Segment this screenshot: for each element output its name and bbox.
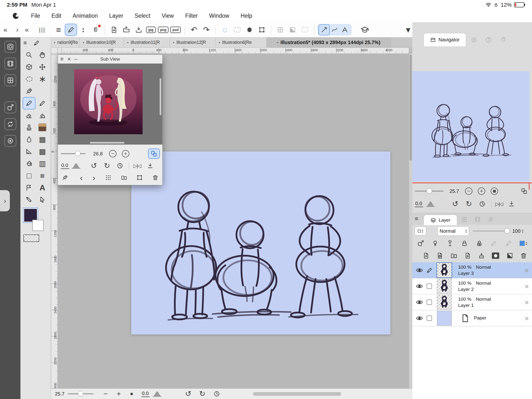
- menu-item-file[interactable]: File: [31, 13, 40, 19]
- layer-select-checkbox[interactable]: [427, 316, 432, 321]
- document-tab[interactable]: ●Illustration6[Re: [216, 37, 267, 48]
- layer-drag-handle[interactable]: ≡: [525, 315, 529, 322]
- sub-view-hscroll[interactable]: [90, 142, 124, 144]
- zoom-out-icon[interactable]: −: [103, 390, 108, 398]
- tool-pen-selected[interactable]: [23, 98, 35, 109]
- panel-tab-magnet-icon[interactable]: [500, 36, 507, 43]
- document-tab-active[interactable]: ●Illustration5* (4093 x 2894px 144dpi 25…: [267, 37, 391, 48]
- export-psd-button[interactable]: psd: [170, 24, 181, 35]
- document-tab[interactable]: ●Illustration12[R: [170, 37, 216, 48]
- panel-tab-target-icon[interactable]: [470, 36, 477, 43]
- layer-panel-menu-icon[interactable]: ≡: [415, 216, 418, 222]
- workspace-icon[interactable]: [4, 41, 16, 53]
- tool-hand[interactable]: [36, 49, 48, 61]
- navigator-sync-button[interactable]: [519, 186, 530, 196]
- tool-blend[interactable]: [23, 134, 35, 145]
- new-layer-settings-icon[interactable]: [436, 252, 443, 259]
- tutorial-button[interactable]: [359, 24, 370, 35]
- tool-eraser[interactable]: [23, 110, 35, 121]
- layer-row-3[interactable]: 100 %Normal Layer 3 ≡: [412, 262, 532, 278]
- rotate-cw-icon[interactable]: ↻: [466, 200, 472, 208]
- tool-palette-menu-icon[interactable]: ≡: [23, 40, 27, 46]
- panel-tab-info-icon[interactable]: [485, 36, 492, 43]
- csp-logo-icon[interactable]: [11, 12, 20, 20]
- pick-color-icon[interactable]: [62, 174, 68, 181]
- animation-cels-icon[interactable]: [4, 58, 16, 69]
- menu-item-help[interactable]: Help: [241, 13, 252, 19]
- divider-grip-icon[interactable]: |||: [39, 27, 45, 33]
- reset-rotation-icon[interactable]: [116, 162, 123, 169]
- layer-visibility-eye-icon[interactable]: [416, 299, 423, 306]
- tool-text[interactable]: A: [36, 182, 48, 193]
- tool-figure[interactable]: □: [23, 170, 35, 181]
- register-material-button[interactable]: [90, 24, 101, 35]
- flip-horizontal-icon[interactable]: ▷|◁: [495, 201, 503, 206]
- tool-material[interactable]: [36, 122, 48, 133]
- sub-view-minimize-icon[interactable]: –: [74, 56, 77, 62]
- save-button[interactable]: [133, 24, 144, 35]
- sub-view-vscroll[interactable]: [160, 78, 161, 115]
- menu-item-layer[interactable]: Layer: [109, 13, 123, 19]
- enable-keyframes-icon[interactable]: [432, 240, 439, 247]
- tool-pattern[interactable]: ▩: [36, 146, 48, 157]
- menu-item-select[interactable]: Select: [135, 13, 150, 19]
- tool-gradient[interactable]: ■: [36, 170, 48, 181]
- new-file-button[interactable]: [108, 24, 120, 35]
- layer-color-icon[interactable]: ▴▾: [520, 241, 527, 246]
- import-image-icon[interactable]: [121, 174, 127, 181]
- remove-image-icon[interactable]: [152, 174, 158, 181]
- tool-soft-eraser[interactable]: [36, 110, 48, 121]
- layer-row-1[interactable]: 100 %Normal Layer 1 ≡: [412, 294, 532, 310]
- previous-image-icon[interactable]: ‹: [80, 173, 83, 182]
- menu-item-edit[interactable]: Edit: [51, 13, 61, 19]
- menu-item-filter[interactable]: Filter: [185, 13, 198, 19]
- rotate-cw-icon[interactable]: ↻: [104, 162, 110, 169]
- layer-thumbnail[interactable]: [437, 279, 452, 294]
- document-tab[interactable]: ●Illustration11[R: [124, 37, 170, 48]
- lock-layer-icon[interactable]: [461, 240, 468, 247]
- navigator-preview[interactable]: [412, 71, 530, 182]
- navigator-rotation-value[interactable]: 0.0: [415, 201, 423, 207]
- tool-grid-a[interactable]: ▦: [36, 134, 48, 145]
- tool-grid-b[interactable]: ▥: [36, 158, 48, 169]
- merge-down-icon[interactable]: [478, 252, 485, 259]
- edit-image-icon[interactable]: [136, 174, 143, 181]
- sync-settings-icon[interactable]: [4, 118, 16, 130]
- actual-pixels-icon[interactable]: ■: [130, 392, 133, 396]
- zoom-in-icon[interactable]: +: [116, 390, 121, 398]
- tool-move[interactable]: [36, 61, 48, 73]
- canvas-page[interactable]: [131, 151, 390, 334]
- tool-operation[interactable]: [36, 194, 48, 205]
- rotate-ccw-icon[interactable]: ↺: [452, 200, 458, 208]
- export-png-button[interactable]: png: [158, 24, 169, 35]
- onion-skin-icon[interactable]: [447, 240, 453, 247]
- collapse-left-icon[interactable]: «: [3, 26, 7, 33]
- tool-zoom[interactable]: [23, 49, 35, 61]
- fit-to-screen-icon[interactable]: [508, 200, 515, 207]
- drawer-handle[interactable]: ›: [0, 190, 10, 211]
- layer-thumbnail[interactable]: [437, 263, 452, 278]
- navigator-zoom-slider[interactable]: [415, 191, 444, 192]
- navigator-zoom-out-button[interactable]: −: [465, 187, 472, 195]
- canvas-horizontal-scrollbar[interactable]: [253, 392, 341, 396]
- sub-color-swatch[interactable]: [32, 220, 44, 231]
- document-tab[interactable]: ●Illustration10[R: [80, 37, 124, 48]
- opacity-stepper[interactable]: ▴▾: [522, 229, 523, 233]
- reset-display-icon[interactable]: [213, 390, 220, 397]
- reset-rotation-icon[interactable]: [479, 200, 486, 207]
- next-image-icon[interactable]: ›: [93, 173, 95, 182]
- tab-layer[interactable]: Layer: [424, 215, 457, 225]
- delete-layer-icon[interactable]: [520, 252, 527, 259]
- main-menu-button[interactable]: ≡: [53, 24, 64, 35]
- tool-stamp[interactable]: [23, 122, 35, 133]
- image-list-icon[interactable]: [105, 174, 111, 181]
- tool-3d[interactable]: [23, 61, 35, 73]
- layer-visibility-eye-icon[interactable]: [416, 266, 423, 274]
- rotation-curve-widget[interactable]: [71, 163, 82, 169]
- new-raster-layer-icon[interactable]: [423, 252, 430, 259]
- open-file-button[interactable]: [121, 24, 132, 35]
- bottom-zoom-slider[interactable]: [68, 393, 94, 394]
- menu-item-animation[interactable]: Animation: [73, 13, 98, 19]
- tool-mapping-pen[interactable]: [36, 98, 48, 109]
- export-jpg-button[interactable]: jpg: [145, 24, 157, 35]
